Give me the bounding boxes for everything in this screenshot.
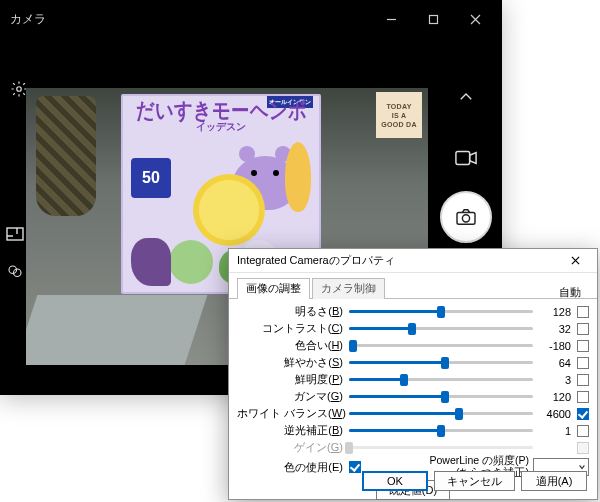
- auto-checkbox-gamma[interactable]: [577, 391, 589, 403]
- slider-saturation[interactable]: [349, 356, 533, 370]
- auto-checkbox-hue[interactable]: [577, 340, 589, 352]
- svg-rect-2: [7, 228, 23, 240]
- slider-row-contrast: コントラスト(C)32: [237, 320, 589, 337]
- box-bear: [169, 240, 213, 284]
- label-gain: ゲイン(G): [237, 440, 349, 455]
- label-whitebalance: ホワイト バランス(W): [237, 406, 349, 421]
- slider-gain: [349, 441, 533, 455]
- sign-l2: IS A: [392, 111, 407, 120]
- slider-hue[interactable]: [349, 339, 533, 353]
- dialog-titlebar: Integrated Cameraのプロパティ: [229, 249, 597, 273]
- svg-rect-5: [456, 152, 470, 165]
- slider-contrast[interactable]: [349, 322, 533, 336]
- box-sub: イッデスン: [196, 122, 246, 132]
- value-gamma: 120: [539, 391, 577, 403]
- slider-row-whitebalance: ホワイト バランス(W)4600: [237, 405, 589, 422]
- slider-row-brightness: 明るさ(B)128: [237, 303, 589, 320]
- dialog-close-button[interactable]: [559, 251, 591, 271]
- sign-l1: TODAY: [386, 102, 411, 111]
- auto-checkbox-contrast[interactable]: [577, 323, 589, 335]
- dialog-title: Integrated Cameraのプロパティ: [237, 253, 559, 268]
- value-saturation: 64: [539, 357, 577, 369]
- auto-checkbox-brightness[interactable]: [577, 306, 589, 318]
- value-brightness: 128: [539, 306, 577, 318]
- ok-button[interactable]: OK: [362, 471, 428, 491]
- scene-wall-sign: TODAY IS A GOOD DA: [376, 92, 422, 138]
- slider-brightness[interactable]: [349, 305, 533, 319]
- slider-whitebalance[interactable]: [349, 407, 533, 421]
- apply-button[interactable]: 適用(A): [521, 471, 587, 491]
- chevron-up-icon[interactable]: [457, 88, 475, 110]
- aspect-button[interactable]: [6, 227, 24, 245]
- auto-column-header: 自動: [559, 285, 581, 300]
- camera-title: カメラ: [6, 11, 370, 28]
- box-badge: [193, 174, 265, 246]
- dialog-tabs: 画像の調整 カメラ制御: [229, 273, 597, 299]
- svg-point-1: [17, 87, 22, 92]
- cancel-button[interactable]: キャンセル: [434, 471, 515, 491]
- scene-table: [26, 295, 207, 365]
- box-fifty: 50: [131, 158, 171, 198]
- label-backlight: 逆光補正(B): [237, 423, 349, 438]
- slider-row-gamma: ガンマ(G)120: [237, 388, 589, 405]
- video-mode-button[interactable]: [455, 150, 477, 170]
- slider-row-hue: 色合い(H)-180: [237, 337, 589, 354]
- value-whitebalance: 4600: [539, 408, 577, 420]
- auto-checkbox-backlight[interactable]: [577, 425, 589, 437]
- slider-row-sharpness: 鮮明度(P)3: [237, 371, 589, 388]
- tab-image-adjust[interactable]: 画像の調整: [237, 278, 310, 299]
- label-gamma: ガンマ(G): [237, 389, 349, 404]
- auto-checkbox-gain: [577, 442, 589, 454]
- auto-checkbox-whitebalance[interactable]: [577, 408, 589, 420]
- effects-button[interactable]: [6, 263, 24, 285]
- label-sharpness: 鮮明度(P): [237, 372, 349, 387]
- maximize-button[interactable]: [412, 5, 454, 33]
- dialog-button-row: OK キャンセル 適用(A): [362, 471, 587, 491]
- label-hue: 色合い(H): [237, 338, 349, 353]
- camera-titlebar: カメラ: [0, 0, 502, 38]
- tab-camera-control[interactable]: カメラ制御: [312, 278, 385, 299]
- minimize-button[interactable]: [370, 5, 412, 33]
- color-enable-label: 色の使用(E): [237, 460, 349, 475]
- value-sharpness: 3: [539, 374, 577, 386]
- close-button[interactable]: [454, 5, 496, 33]
- slider-sharpness[interactable]: [349, 373, 533, 387]
- label-saturation: 鮮やかさ(S): [237, 355, 349, 370]
- shutter-button[interactable]: [440, 191, 492, 243]
- label-brightness: 明るさ(B): [237, 304, 349, 319]
- color-enable-checkbox[interactable]: [349, 461, 361, 473]
- slider-row-saturation: 鮮やかさ(S)64: [237, 354, 589, 371]
- sign-l3: GOOD DA: [381, 120, 417, 129]
- box-headline: だいすきモーヘンボ: [136, 100, 307, 122]
- slider-gamma[interactable]: [349, 390, 533, 404]
- slider-backlight[interactable]: [349, 424, 533, 438]
- label-contrast: コントラスト(C): [237, 321, 349, 336]
- box-dino: [131, 238, 171, 286]
- auto-checkbox-saturation[interactable]: [577, 357, 589, 369]
- slider-row-backlight: 逆光補正(B)1: [237, 422, 589, 439]
- auto-checkbox-sharpness[interactable]: [577, 374, 589, 386]
- slider-row-gain: ゲイン(G): [237, 439, 589, 456]
- camera-properties-dialog: Integrated Cameraのプロパティ 画像の調整 カメラ制御 自動 明…: [228, 248, 598, 500]
- camera-left-tools: [6, 227, 24, 285]
- scene-coat: [36, 96, 96, 216]
- value-hue: -180: [539, 340, 577, 352]
- value-contrast: 32: [539, 323, 577, 335]
- svg-rect-0: [429, 15, 437, 23]
- box-giraffe: [285, 142, 311, 212]
- value-backlight: 1: [539, 425, 577, 437]
- svg-point-7: [462, 214, 469, 221]
